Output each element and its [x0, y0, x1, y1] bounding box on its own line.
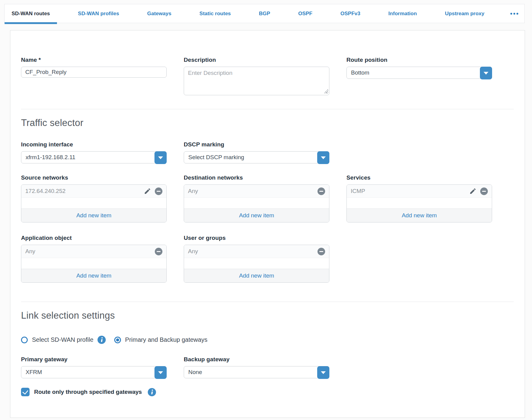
incoming-interface-value: xfrm1-192.168.2.11: [26, 152, 75, 163]
radio-button-icon[interactable]: [21, 337, 28, 343]
pencil-icon[interactable]: [144, 187, 151, 195]
backup-gateway-dropdown-button[interactable]: [317, 366, 329, 379]
application-users-row: Application object Any Add new item User…: [21, 235, 514, 283]
add-service-button[interactable]: Add new item: [347, 208, 492, 222]
incoming-interface-dropdown-button[interactable]: [154, 151, 167, 164]
tab-static-routes[interactable]: Static routes: [193, 4, 238, 23]
radio-label: Select SD-WAN profile: [32, 336, 94, 343]
primary-gateway-field-group: Primary gateway XFRM: [21, 356, 167, 378]
minus-circle-icon[interactable]: [155, 248, 162, 255]
add-destination-network-button[interactable]: Add new item: [184, 208, 329, 222]
listbox-empty-area: [21, 258, 166, 269]
primary-gateway-value: XFRM: [26, 366, 42, 378]
minus-circle-icon[interactable]: [155, 187, 162, 195]
traffic-selector-heading: Traffic selector: [21, 117, 514, 129]
minus-circle-icon[interactable]: [317, 187, 325, 195]
list-item-text: Any: [188, 248, 198, 255]
sd-wan-route-form: Name * Description Route position Bottom…: [10, 30, 525, 418]
tab-sd-wan-routes[interactable]: SD-WAN routes: [5, 4, 57, 23]
radio-label: Primary and Backup gateways: [125, 336, 207, 343]
services-label: Services: [346, 174, 492, 181]
source-networks-field-group: Source networks 172.64.240.252 Add new i…: [21, 174, 167, 222]
radio-button-icon[interactable]: [114, 337, 121, 343]
chevron-down-icon: [321, 371, 326, 374]
chevron-down-icon: [321, 156, 326, 159]
info-icon[interactable]: [98, 336, 106, 344]
backup-gateway-select[interactable]: None: [184, 366, 329, 378]
primary-gateway-label: Primary gateway: [21, 356, 167, 363]
user-groups-label: User or groups: [184, 235, 329, 241]
tab-gateways[interactable]: Gateways: [140, 4, 178, 23]
destination-networks-listbox: Any Add new item: [184, 184, 329, 222]
route-position-value: Bottom: [351, 67, 369, 79]
route-position-select[interactable]: Bottom: [346, 67, 492, 79]
radio-select-sd-wan-profile[interactable]: Select SD-WAN profile: [21, 336, 94, 343]
add-source-network-button[interactable]: Add new item: [21, 208, 166, 222]
tab-upstream-proxy[interactable]: Upstream proxy: [438, 4, 491, 23]
incoming-interface-select[interactable]: xfrm1-192.168.2.11: [21, 151, 167, 163]
primary-gateway-select[interactable]: XFRM: [21, 366, 167, 378]
description-label: Description: [184, 57, 329, 63]
route-position-dropdown-button[interactable]: [480, 67, 492, 79]
description-field-group: Description: [184, 57, 329, 95]
primary-gateway-dropdown-button[interactable]: [154, 366, 167, 379]
minus-circle-icon[interactable]: [317, 248, 325, 255]
incoming-interface-field-group: Incoming interface xfrm1-192.168.2.11: [21, 141, 167, 163]
section-divider: [21, 109, 514, 109]
dscp-marking-value: Select DSCP marking: [188, 152, 244, 163]
destination-networks-label: Destination networks: [184, 174, 329, 181]
gateways-row: Primary gateway XFRM Backup gateway None: [21, 356, 514, 378]
destination-networks-field-group: Destination networks Any Add new item: [184, 174, 329, 222]
list-item: Any: [184, 245, 329, 258]
source-networks-label: Source networks: [21, 174, 167, 181]
tab-ospf[interactable]: OSPF: [291, 4, 319, 23]
info-icon[interactable]: [148, 388, 156, 396]
dscp-marking-label: DSCP marking: [184, 141, 329, 148]
user-groups-listbox: Any Add new item: [184, 245, 329, 283]
add-application-object-button[interactable]: Add new item: [21, 269, 166, 282]
more-tabs-button[interactable]: [505, 4, 523, 23]
incoming-interface-label: Incoming interface: [21, 141, 167, 148]
minus-circle-icon[interactable]: [480, 187, 488, 195]
section-divider: [21, 302, 514, 302]
name-input[interactable]: [21, 67, 167, 78]
services-listbox: ICMP Add new item: [346, 184, 492, 222]
dscp-marking-dropdown-button[interactable]: [317, 151, 329, 164]
listbox-empty-area: [347, 198, 492, 208]
services-field-group: Services ICMP Add new item: [346, 174, 492, 222]
dscp-marking-select[interactable]: Select DSCP marking: [184, 151, 329, 163]
application-object-listbox: Any Add new item: [21, 245, 167, 283]
application-object-label: Application object: [21, 235, 167, 241]
chevron-down-icon: [484, 72, 488, 75]
route-position-field-group: Route position Bottom: [346, 57, 492, 79]
user-groups-field-group: User or groups Any Add new item: [184, 235, 329, 283]
list-item-text: ICMP: [351, 188, 365, 194]
backup-gateway-value: None: [188, 366, 202, 378]
tab-sd-wan-profiles[interactable]: SD-WAN profiles: [71, 4, 126, 23]
listbox-empty-area: [21, 198, 166, 208]
route-only-checkbox[interactable]: [21, 388, 30, 396]
source-networks-listbox: 172.64.240.252 Add new item: [21, 184, 167, 222]
listbox-empty-area: [184, 258, 329, 269]
tab-ospfv3[interactable]: OSPFv3: [333, 4, 367, 23]
tab-bar: SD-WAN routes SD-WAN profiles Gateways S…: [4, 4, 525, 23]
list-item: Any: [21, 245, 166, 258]
chevron-down-icon: [158, 156, 163, 159]
tab-information[interactable]: Information: [381, 4, 424, 23]
description-textarea[interactable]: [184, 67, 329, 95]
ellipsis-icon: [510, 13, 512, 15]
list-item-text: 172.64.240.252: [25, 188, 66, 194]
route-only-checkbox-row: Route only through specified gateways: [21, 388, 514, 396]
backup-gateway-field-group: Backup gateway None: [184, 356, 329, 378]
listbox-empty-area: [184, 198, 329, 208]
radio-primary-backup-gateways[interactable]: Primary and Backup gateways: [114, 336, 207, 343]
add-user-group-button[interactable]: Add new item: [184, 269, 329, 282]
link-selection-radios: Select SD-WAN profile Primary and Backup…: [21, 336, 514, 344]
networks-row: Source networks 172.64.240.252 Add new i…: [21, 174, 514, 222]
tab-bgp[interactable]: BGP: [252, 4, 277, 23]
list-item-text: Any: [188, 188, 198, 194]
list-item: 172.64.240.252: [21, 185, 166, 198]
pencil-icon[interactable]: [469, 187, 477, 195]
route-position-label: Route position: [346, 57, 492, 63]
interface-row: Incoming interface xfrm1-192.168.2.11 DS…: [21, 141, 514, 163]
